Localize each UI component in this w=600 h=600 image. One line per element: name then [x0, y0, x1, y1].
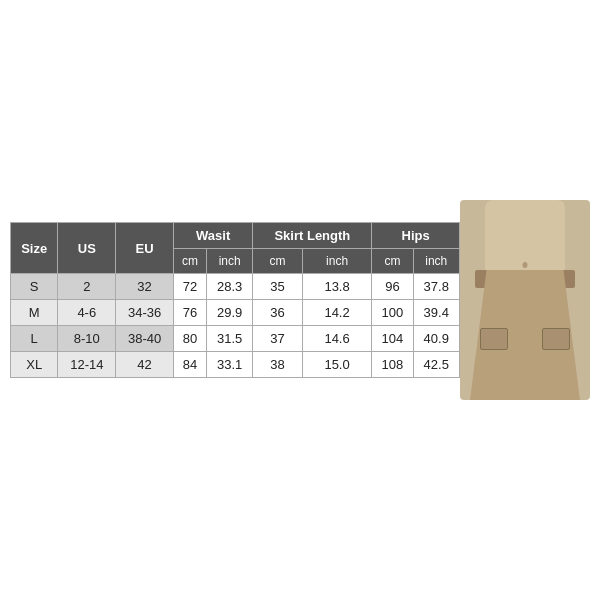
us-l: 8-10 [58, 326, 116, 352]
skirt-inch-s: 13.8 [302, 274, 372, 300]
skirt-cm-s: 35 [253, 274, 302, 300]
product-image [460, 200, 590, 400]
wasit-cm-m: 76 [173, 300, 206, 326]
skirt-cm-l: 37 [253, 326, 302, 352]
hips-inch-xl: 42.5 [413, 352, 459, 378]
wasit-inch-s: 28.3 [206, 274, 252, 300]
pocket-right [542, 328, 570, 350]
wasit-inch-m: 29.9 [206, 300, 252, 326]
pocket-left [480, 328, 508, 350]
table-row: L 8-10 38-40 80 31.5 37 14.6 104 40.9 [11, 326, 460, 352]
wasit-cm-l: 80 [173, 326, 206, 352]
hips-inch-m: 39.4 [413, 300, 459, 326]
wasit-inch-xl: 33.1 [206, 352, 252, 378]
eu-xl: 42 [116, 352, 174, 378]
skirt-illustration [470, 270, 580, 400]
col-size: Size [11, 223, 58, 274]
table-row: S 2 32 72 28.3 35 13.8 96 37.8 [11, 274, 460, 300]
main-container: Size US EU Wasit Skirt Length Hips cm in… [10, 200, 590, 400]
wasit-cm: cm [173, 249, 206, 274]
hips-cm-m: 100 [372, 300, 413, 326]
us-m: 4-6 [58, 300, 116, 326]
skirt-inch-l: 14.6 [302, 326, 372, 352]
wasit-cm-s: 72 [173, 274, 206, 300]
hips-inch: inch [413, 249, 459, 274]
col-wasit: Wasit [173, 223, 252, 249]
skirt-inch-m: 14.2 [302, 300, 372, 326]
table-row: M 4-6 34-36 76 29.9 36 14.2 100 39.4 [11, 300, 460, 326]
wasit-inch: inch [206, 249, 252, 274]
us-xl: 12-14 [58, 352, 116, 378]
hips-inch-l: 40.9 [413, 326, 459, 352]
size-xl: XL [11, 352, 58, 378]
belly-button-detail [523, 262, 528, 268]
col-us: US [58, 223, 116, 274]
eu-s: 32 [116, 274, 174, 300]
size-s: S [11, 274, 58, 300]
hips-cm-l: 104 [372, 326, 413, 352]
hips-cm-xl: 108 [372, 352, 413, 378]
size-table: Size US EU Wasit Skirt Length Hips cm in… [10, 222, 460, 378]
col-skirt-length: Skirt Length [253, 223, 372, 249]
skirt-inch: inch [302, 249, 372, 274]
hips-inch-s: 37.8 [413, 274, 459, 300]
col-eu: EU [116, 223, 174, 274]
hips-cm: cm [372, 249, 413, 274]
skirt-cm-xl: 38 [253, 352, 302, 378]
table-row: XL 12-14 42 84 33.1 38 15.0 108 42.5 [11, 352, 460, 378]
eu-m: 34-36 [116, 300, 174, 326]
eu-l: 38-40 [116, 326, 174, 352]
skirt-cm: cm [253, 249, 302, 274]
wasit-inch-l: 31.5 [206, 326, 252, 352]
wasit-cm-xl: 84 [173, 352, 206, 378]
hips-cm-s: 96 [372, 274, 413, 300]
skirt-inch-xl: 15.0 [302, 352, 372, 378]
us-s: 2 [58, 274, 116, 300]
col-hips: Hips [372, 223, 460, 249]
size-chart-wrapper: Size US EU Wasit Skirt Length Hips cm in… [10, 222, 460, 378]
size-l: L [11, 326, 58, 352]
skirt-cm-m: 36 [253, 300, 302, 326]
size-m: M [11, 300, 58, 326]
